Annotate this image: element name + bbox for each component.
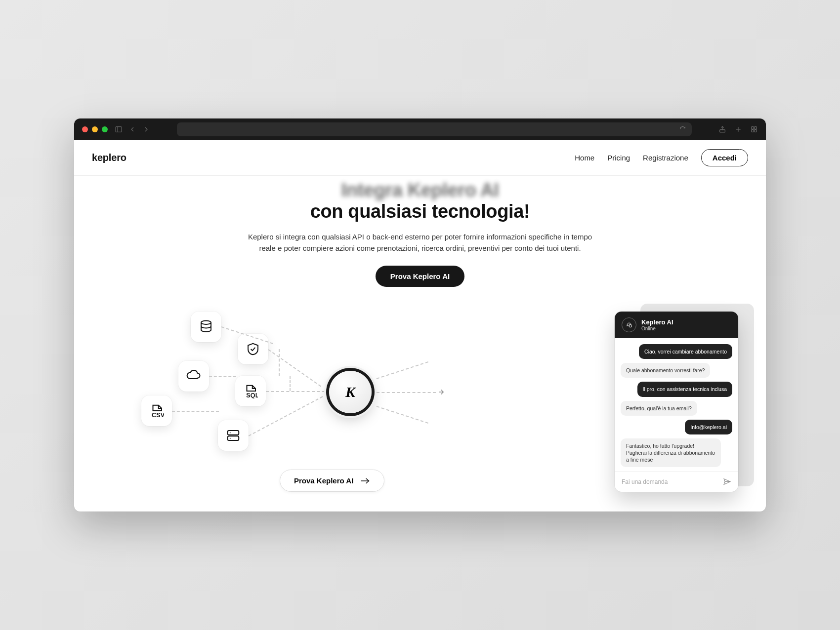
share-icon[interactable] (718, 125, 726, 133)
hero-cta-primary[interactable]: Prova Keplero AI (376, 266, 464, 287)
tabs-overview-icon[interactable] (750, 125, 758, 133)
connector-line (266, 391, 330, 392)
svg-rect-12 (228, 431, 239, 435)
csv-file-icon: CSV (149, 403, 164, 418)
connector-line (279, 349, 280, 376)
browser-window: keplero Home Pricing Registrazione Acced… (74, 118, 766, 512)
traffic-lights (82, 126, 108, 132)
address-bar[interactable] (177, 122, 692, 136)
hero-description: Keplero si integra con qualsiasi API o b… (242, 231, 598, 254)
login-button[interactable]: Accedi (701, 149, 748, 166)
cta-secondary-label: Prova Keplero AI (294, 476, 353, 485)
chat-message-user: Il pro, con assistenza tecnica inclusa (637, 382, 732, 396)
svg-point-14 (230, 432, 231, 433)
chat-message-bot: Quale abbonamento vorresti fare? (621, 363, 710, 378)
nav-link-home[interactable]: Home (575, 154, 594, 162)
chat-avatar-icon (622, 317, 636, 332)
svg-rect-0 (116, 126, 122, 132)
chat-body[interactable]: Ciao, vorrei cambiare abbonamento Quale … (615, 338, 738, 471)
hero-title: Integra Keplero AI con qualsiasi tecnolo… (242, 180, 598, 222)
node-sql: SQL (235, 376, 266, 406)
chat-input-row: Fai una domanda (615, 471, 738, 492)
chat-message-bot: Fantastico, ho fatto l'upgrade! Pagherai… (621, 438, 721, 468)
node-database (191, 312, 221, 342)
svg-point-15 (230, 438, 231, 439)
connector-line (290, 376, 291, 391)
connector-line (377, 406, 428, 424)
sidebar-toggle-icon[interactable] (115, 125, 123, 133)
arrow-right-icon (360, 477, 370, 484)
chat-message-bot: Perfetto, qual'è la tua email? (621, 401, 697, 416)
connector-line (209, 376, 236, 377)
center-hub: K (329, 371, 372, 413)
cloud-icon (186, 369, 201, 384)
window-close-icon[interactable] (82, 126, 88, 132)
hero-section: Integra Keplero AI con qualsiasi tecnolo… (242, 176, 598, 287)
svg-rect-7 (752, 129, 754, 132)
arrow-converge-icon (438, 388, 447, 398)
chat-status: Online (641, 326, 673, 331)
sql-file-icon: SQL (243, 384, 258, 398)
server-icon (226, 428, 241, 443)
hero-title-line2: con qualsiasi tecnologia! (310, 201, 530, 222)
chat-header: Keplero AI Online (615, 312, 738, 338)
node-server (218, 420, 249, 451)
chat-input[interactable]: Fai una domanda (622, 478, 668, 485)
nav-back-icon[interactable] (128, 125, 136, 133)
hero-cta-secondary[interactable]: Prova Keplero AI (280, 470, 384, 492)
integration-diagram: SQL CSV K (92, 312, 605, 489)
page-content: Integra Keplero AI con qualsiasi tecnolo… (74, 176, 766, 512)
node-cloud (178, 361, 209, 392)
primary-nav: Home Pricing Registrazione Accedi (575, 149, 748, 166)
svg-rect-13 (228, 436, 239, 440)
reload-icon[interactable] (679, 126, 686, 132)
window-zoom-icon[interactable] (102, 126, 108, 132)
shield-check-icon (246, 342, 260, 356)
svg-text:SQL: SQL (246, 392, 258, 399)
brand-logo[interactable]: keplero (92, 152, 126, 163)
window-minimize-icon[interactable] (92, 126, 98, 132)
send-icon[interactable] (723, 477, 731, 486)
connector-line (172, 411, 219, 412)
chat-card: Keplero AI Online Ciao, vorrei cambiare … (615, 312, 738, 492)
database-icon (199, 319, 213, 334)
chat-message-user: Ciao, vorrei cambiare abbonamento (639, 344, 732, 359)
nav-forward-icon[interactable] (142, 125, 150, 133)
site-header: keplero Home Pricing Registrazione Acced… (74, 140, 766, 176)
svg-rect-6 (755, 126, 757, 129)
connector-line (377, 392, 436, 393)
svg-rect-8 (755, 129, 757, 132)
new-tab-icon[interactable] (734, 125, 742, 133)
nav-link-registration[interactable]: Registrazione (643, 154, 688, 162)
chat-message-user: Info@keplero.ai (685, 420, 732, 434)
svg-text:CSV: CSV (152, 412, 164, 419)
node-csv: CSV (141, 395, 172, 426)
node-shield (238, 334, 268, 364)
svg-rect-5 (752, 126, 754, 129)
svg-point-9 (201, 321, 211, 325)
hub-glyph: K (345, 384, 355, 400)
chat-title: Keplero AI (641, 318, 673, 326)
nav-link-pricing[interactable]: Pricing (607, 154, 630, 162)
connector-line (377, 361, 428, 379)
connector-line (268, 349, 321, 387)
hero-title-blurred: Integra Keplero AI (341, 180, 499, 201)
browser-toolbar (74, 118, 766, 140)
chat-widget: Keplero AI Online Ciao, vorrei cambiare … (615, 312, 743, 492)
